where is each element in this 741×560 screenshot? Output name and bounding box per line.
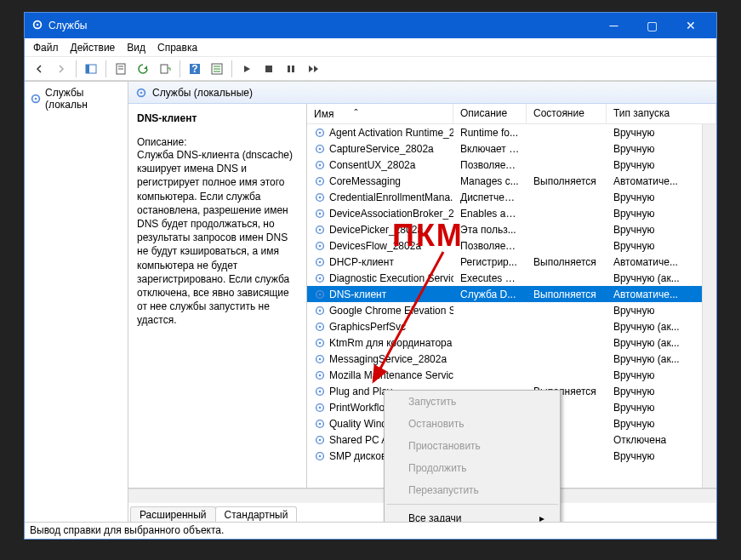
col-name[interactable]: Имяˆ <box>307 104 453 123</box>
service-row[interactable]: KtmRm для координатора ...Вручную (ак... <box>307 334 716 351</box>
cell-start: Вручную <box>607 305 716 317</box>
refresh-button[interactable] <box>134 60 152 78</box>
service-row[interactable]: DeviceAssociationBroker_28...Enables ap.… <box>307 205 716 221</box>
col-desc[interactable]: Описание <box>453 104 527 123</box>
cell-desc: Manages c... <box>453 175 527 187</box>
cell-name: Google Chrome Elevation S... <box>307 305 453 317</box>
ctx-stop[interactable]: Остановить <box>385 413 560 435</box>
svg-point-40 <box>319 277 322 279</box>
close-button[interactable]: ✕ <box>671 13 710 38</box>
service-row[interactable]: GraphicsPerfSvcВручную (ак... <box>307 318 716 334</box>
ctx-pause[interactable]: Приостановить <box>385 435 560 457</box>
cell-state: Выполняется <box>527 256 607 268</box>
showhide-button[interactable] <box>82 60 100 78</box>
ctx-resume[interactable]: Продолжить <box>385 457 560 479</box>
cell-start: Отключена <box>607 434 716 446</box>
cell-start: Автоматиче... <box>607 289 716 300</box>
minimize-button[interactable]: ─ <box>595 13 633 38</box>
svg-rect-3 <box>86 65 89 73</box>
cell-start: Вручную (ак... <box>607 353 716 365</box>
cell-name: Diagnostic Execution Service <box>307 272 453 284</box>
svg-point-26 <box>319 163 322 166</box>
help-button[interactable]: ? <box>185 60 204 78</box>
tab-standard[interactable]: Стандартный <box>215 506 298 522</box>
status-bar: Вывод справки для выбранного объекта. <box>25 522 716 539</box>
service-row[interactable]: Diagnostic Execution ServiceExecutes di.… <box>307 270 716 286</box>
service-row[interactable]: Agent Activation Runtime_28...Runtime fo… <box>307 124 716 140</box>
cell-start: Вручную (ак... <box>607 272 716 284</box>
list-button[interactable] <box>208 60 226 78</box>
cell-name: DHCP-клиент <box>307 256 453 268</box>
ctx-restart[interactable]: Перезапустить <box>385 479 560 501</box>
description-text: Служба DNS-клиента (dnscache) кэширует и… <box>137 148 298 327</box>
pane-header-label: Службы (локальные) <box>152 87 253 99</box>
svg-point-56 <box>319 406 322 409</box>
titlebar[interactable]: Службы ─ ▢ ✕ <box>25 13 716 38</box>
menu-view[interactable]: Вид <box>127 42 145 54</box>
restart-svc-button[interactable] <box>304 60 322 78</box>
service-row[interactable]: DNS-клиентСлужба D...ВыполняетсяАвтомати… <box>307 286 716 302</box>
svg-point-42 <box>319 293 322 295</box>
pause-svc-button[interactable] <box>282 60 300 78</box>
services-window: Службы ─ ▢ ✕ Файл Действие Вид Справка ? <box>24 12 717 540</box>
maximize-button[interactable]: ▢ <box>633 13 671 38</box>
menu-file[interactable]: Файл <box>33 42 59 54</box>
export-button[interactable] <box>156 60 174 78</box>
ctx-sep <box>386 504 558 505</box>
tab-extended[interactable]: Расширенный <box>130 506 216 522</box>
cell-start: Вручную <box>607 208 716 220</box>
cell-start: Вручную (ак... <box>607 337 716 349</box>
svg-point-62 <box>319 454 322 457</box>
service-row[interactable]: CredentialEnrollmentMana...Диспетчер ...… <box>307 189 716 205</box>
sort-icon: ˆ <box>354 108 357 120</box>
cell-start: Вручную <box>607 159 716 171</box>
service-row[interactable]: MessagingService_2802aВручную (ак... <box>307 351 716 367</box>
svg-point-1 <box>37 23 39 26</box>
service-row[interactable]: DevicePicker_2802aЭта польз...Вручную <box>307 221 716 237</box>
back-button[interactable] <box>30 60 48 78</box>
context-menu: Запустить Остановить Приостановить Продо… <box>384 390 561 522</box>
menu-action[interactable]: Действие <box>71 42 116 54</box>
svg-point-20 <box>140 91 143 94</box>
cell-start: Вручную <box>607 369 716 381</box>
service-row[interactable]: ConsentUX_2802aПозволяет ...Вручную <box>307 157 716 173</box>
svg-point-52 <box>319 374 322 376</box>
props-button[interactable] <box>111 60 130 78</box>
svg-point-28 <box>319 180 322 182</box>
col-state[interactable]: Состояние <box>527 104 607 123</box>
tree-node-services[interactable]: Службы (локальн <box>28 85 124 112</box>
svg-point-60 <box>319 438 322 441</box>
service-row[interactable]: DHCP-клиентРегистрир...ВыполняетсяАвтома… <box>307 254 716 270</box>
toolbar: ? <box>25 57 716 81</box>
svg-point-18 <box>35 98 37 100</box>
service-row[interactable]: DevicesFlow_2802aПозволяет ...Вручную <box>307 237 716 254</box>
col-start[interactable]: Тип запуска <box>607 104 716 123</box>
cell-desc: Регистрир... <box>453 256 527 268</box>
cell-desc: Служба D... <box>453 289 527 300</box>
svg-point-58 <box>319 422 322 425</box>
service-row[interactable]: CoreMessagingManages c...ВыполняетсяАвто… <box>307 173 716 189</box>
start-svc-button[interactable] <box>237 60 256 78</box>
cell-desc: Позволяет ... <box>453 240 527 252</box>
cell-state: Выполняется <box>527 289 607 300</box>
cell-name: DNS-клиент <box>307 289 453 300</box>
menu-help[interactable]: Справка <box>157 42 197 54</box>
service-row[interactable]: Mozilla Maintenance ServiceВручную <box>307 367 716 383</box>
ctx-alltasks[interactable]: Все задачи▸ <box>385 507 560 522</box>
cell-name: CredentialEnrollmentMana... <box>307 191 453 203</box>
window-title: Службы <box>48 20 87 31</box>
tree-pane[interactable]: Службы (локальн <box>25 82 128 522</box>
ctx-start[interactable]: Запустить <box>385 391 560 413</box>
service-row[interactable]: CaptureService_2802aВключает д...Вручную <box>307 140 716 157</box>
cell-start: Вручную <box>607 127 716 139</box>
svg-point-50 <box>319 357 322 360</box>
service-row[interactable]: Google Chrome Elevation S...Вручную <box>307 302 716 318</box>
vertical-scrollbar[interactable] <box>702 124 716 488</box>
stop-svc-button[interactable] <box>259 60 278 78</box>
svg-point-48 <box>319 341 322 344</box>
cell-state: Выполняется <box>527 175 607 187</box>
gear-icon <box>31 19 43 33</box>
cell-start: Вручную <box>607 224 716 236</box>
forward-button[interactable] <box>52 60 71 78</box>
tree-node-label: Службы (локальн <box>45 87 123 111</box>
